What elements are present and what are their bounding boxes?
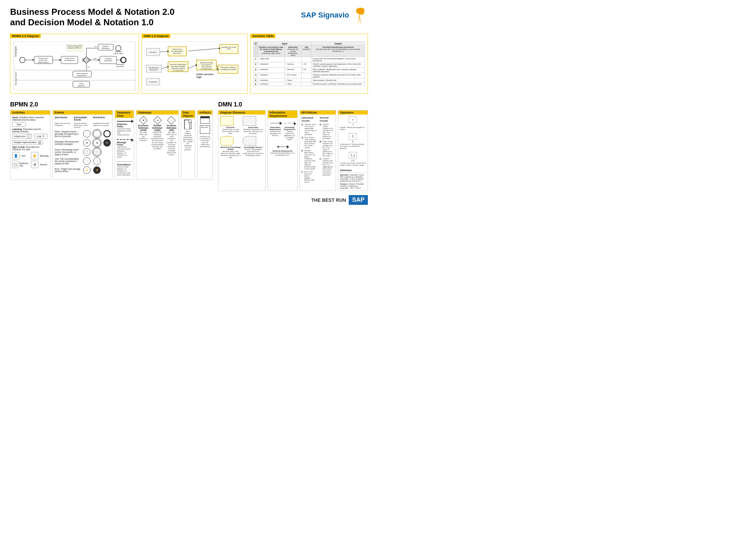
u-policy-row: U Unique: Just one rule is applicable, n… (302, 123, 316, 135)
error-circle-end: ⚡ (93, 166, 101, 174)
range-desc: Is within the range: Check if the value … (340, 162, 366, 166)
svg-text:no: no (87, 66, 89, 68)
manual-task: ✋ Manually (31, 152, 48, 159)
start-message-circle: ✉ (83, 139, 91, 147)
timer-event-row: Timer: Periodically timed events, time p… (55, 148, 111, 156)
main-title: Business Process Model & Notation 2.0 an… (10, 7, 174, 28)
end-none-circle (103, 130, 111, 137)
inclusive-desc: are used when one or more conditions are… (166, 131, 176, 156)
timer-shapes: 🕐 🕐 (83, 148, 101, 156)
diagrams-row: BPMN 2.0 Diagram Employee Bank Manager (10, 34, 368, 94)
start-timer-circle: 🕐 (83, 148, 91, 156)
activities-title: Activities (10, 111, 50, 115)
svg-text:withdrawal: withdrawal (102, 47, 110, 49)
seq-flow-item: Sequence Flows connect events, gateways,… (117, 120, 132, 136)
several-results-header: Several results (320, 116, 334, 122)
bpmn-diagram-box: BPMN 2.0 Diagram Employee Bank Manager (10, 34, 139, 94)
individual-results-header: Individual results (302, 116, 316, 122)
table-row: 6 = individual = other Residence permit,… (254, 82, 365, 86)
attributes-area: Attributes Question: Question: Issue wit… (340, 169, 366, 189)
col4-header: Permitted Identification Documents(Excer… (312, 45, 365, 57)
service-icon: ⚙ (31, 161, 38, 168)
sequence-flow-section: Sequence Flow Sequence Flows connect eve… (115, 110, 134, 180)
range-box: [..] (349, 152, 357, 159)
svg-text:Customer: Customer (149, 81, 158, 83)
intermediate-timer-circle: 🕐 (93, 148, 101, 156)
svg-text:Laundering Act): Laundering Act) (201, 68, 212, 70)
r-policy-desc: Rule Order: Delivers all results as a li… (322, 140, 334, 157)
end-desc: symbolizes the final status in a process… (93, 122, 111, 128)
decision-table-inner: U Input Output Identity in Accordance wi… (252, 40, 366, 87)
inclusive-o-icon: ○ (171, 119, 172, 122)
svg-text:x: x (83, 59, 84, 61)
user-icon: 👤 (12, 152, 20, 159)
start-events-header: Start Events (55, 116, 72, 121)
auth-req-arrow (270, 143, 296, 150)
a-policy-letter: A (302, 136, 303, 149)
svg-text:Ascertain identification: Ascertain identification (170, 64, 186, 65)
excl-x-icon: ✕ (142, 119, 144, 122)
message-event-row: Message: Receiving and sending messages.… (55, 139, 111, 147)
svg-text:(AO): (AO) (227, 48, 231, 50)
dmn-elements-section: Diagram Elements Decision Determining a … (218, 110, 265, 191)
dmn-connectors-title: Information Requirement (268, 111, 297, 118)
c-policy-row: C Collect: Delivers all results as a lis… (320, 158, 334, 176)
col1-header: Identity in Accordance with §1 section 2… (258, 45, 285, 57)
input-header: Input (258, 42, 312, 45)
message-label: Message: Receiving and sending messages. (55, 140, 81, 145)
artifacts-content: Test note Artifacts are IT-systems or te… (199, 116, 211, 148)
auth-req-connector: Authority Requirement represents the dep… (270, 143, 296, 156)
o-policy-row: O Output Order: Delivers all results as … (320, 123, 334, 139)
bpmn-diagram-label: BPMN 2.0 Diagram (10, 34, 41, 38)
info-req-connector: Information Requirement represents the a… (270, 120, 281, 140)
svg-text:for withdrawal: for withdrawal (64, 59, 75, 61)
p-policy-row: P Priority: More than one rule can apply… (302, 150, 316, 170)
c-label: C (352, 140, 353, 143)
events-desc-row: begin new process instances. illustrate … (55, 122, 111, 128)
artifacts-title: Artifacts (198, 111, 212, 115)
svg-text:with §154 General: with §154 General (171, 68, 185, 69)
dmn-diagram-inner: Amount Check terms for withdrawal (decis… (143, 40, 246, 92)
manually-icon: ✋ (31, 152, 38, 159)
bpmn-diagram-inner: Employee Bank Manager Receive and record… (12, 40, 137, 92)
range-operator: [..] [..] Is within the range: Check if … (340, 152, 366, 166)
multiple-box: Multiple implementation (12, 140, 43, 145)
svg-text:yes: yes (94, 57, 96, 59)
svg-point-52 (115, 45, 121, 51)
hit-policies-section: Hit Policies Individual results U Unique… (300, 110, 336, 191)
individual-results-col: Individual results U Unique: Just one ru… (302, 116, 316, 184)
error-circle-start: ⚡ (83, 166, 91, 174)
excl-label: Exclusive Gateways (XOR) (138, 124, 148, 131)
msg-flow-arrow (117, 139, 132, 140)
data-objects-title: Data Objects (181, 111, 195, 118)
table-row: 1 = legal entity Excerpt from the Commer… (254, 57, 365, 62)
svg-text:Laundering Act (GwG): Laundering Act (GwG) (220, 69, 236, 70)
end-message-circle: ✉ (103, 139, 111, 147)
end-events-header: End Events (93, 116, 111, 121)
decision-table: U Input Output Identity in Accordance wi… (253, 41, 365, 86)
service-task: ⚙ Service (31, 161, 48, 168)
inclusive-gateway-shape: ○ (167, 116, 175, 124)
gateways-title: Gateways (136, 111, 178, 115)
parallel-plus-icon: + (157, 119, 158, 122)
bpmn-diagram-svg: Employee Bank Manager Receive and record… (13, 41, 136, 90)
table-row: 4 = individual = EU country Passport, pa… (254, 73, 365, 78)
operators-row: = = Equals: Testing the equality of valu… (340, 116, 366, 166)
parallel-diamond: + (153, 116, 162, 125)
msg-flow-item: Message Flows represents communication b… (117, 138, 132, 158)
operators-section: Operators = = Equals: Testing the equali… (338, 110, 368, 191)
task-box: Task (12, 122, 26, 127)
svg-text:diagram in DMN 1.0: diagram in DMN 1.0 (68, 47, 81, 49)
svg-text:Define decision: Define decision (196, 73, 213, 75)
o-policy-letter: O (320, 123, 321, 139)
excl-gateway-shape: ✕ (139, 116, 147, 124)
inclusive-gateway: ○ Inclusive Gateways (OR) are used when … (166, 116, 176, 156)
link-circle-2: → (93, 157, 101, 165)
a-policy-row: A Any: Rules may overlap, provided that … (302, 136, 316, 149)
error-label: Error: Trigger and manage defined errors… (55, 168, 81, 172)
svg-text:successful: successful (116, 65, 124, 67)
attributes-title: Attributes (340, 169, 366, 173)
start-desc: begin new process instances. (55, 122, 72, 128)
c-policy-desc: Collect: Delivers all results as a list … (322, 158, 334, 176)
dmn-connectors-section: Information Requirement Information Requ… (268, 110, 298, 191)
